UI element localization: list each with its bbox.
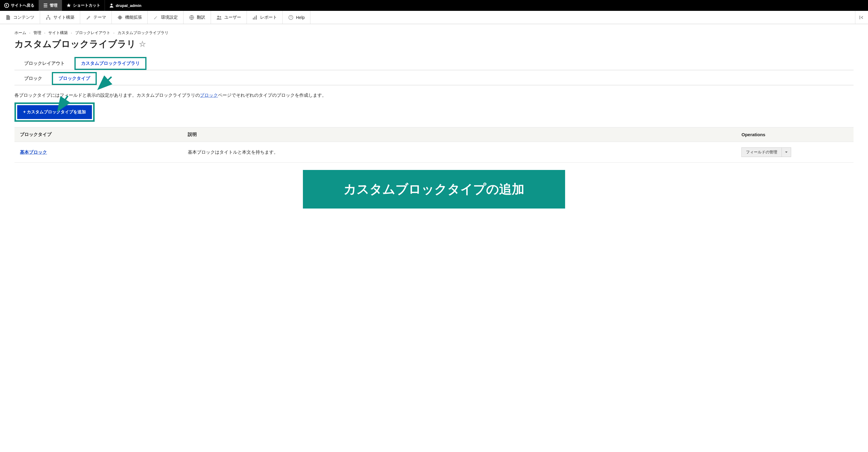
manage-fields-button[interactable]: フィールドの管理 bbox=[741, 147, 782, 157]
people-icon bbox=[216, 15, 222, 20]
menu-reports[interactable]: レポート bbox=[247, 11, 283, 24]
help-icon: ? bbox=[288, 15, 293, 20]
instruction-banner: カスタムブロックタイプの追加 bbox=[303, 170, 565, 208]
svg-rect-3 bbox=[46, 19, 47, 20]
breadcrumb: ホーム › 管理 › サイト構築 › ブロックレイアウト › カスタムブロックラ… bbox=[14, 30, 854, 36]
collapse-menu-button[interactable] bbox=[855, 11, 868, 24]
svg-rect-2 bbox=[48, 15, 49, 16]
menu-translate[interactable]: 翻訳 bbox=[184, 11, 211, 24]
th-description: 説明 bbox=[182, 127, 736, 142]
description-text: 各ブロックタイプにはフィールドと表示の設定があります。カスタムブロックライブラリ… bbox=[14, 93, 854, 98]
breadcrumb-structure[interactable]: サイト構築 bbox=[48, 30, 68, 36]
add-button-label: カスタムブロックタイプを追加 bbox=[27, 109, 86, 114]
user-label: drupal_admin bbox=[116, 3, 141, 8]
chevron-down-icon bbox=[785, 151, 788, 154]
structure-icon bbox=[45, 15, 51, 20]
breadcrumb-sep: › bbox=[113, 31, 115, 35]
description-link[interactable]: ブロック bbox=[200, 93, 218, 98]
hamburger-icon bbox=[43, 3, 48, 8]
svg-point-1 bbox=[111, 4, 113, 5]
back-to-site-button[interactable]: サイトへ戻る bbox=[0, 0, 39, 11]
menu-content[interactable]: コンテンツ bbox=[0, 11, 40, 24]
menu-translate-label: 翻訳 bbox=[197, 15, 205, 20]
menu-people-label: ユーザー bbox=[224, 15, 241, 20]
th-operations: Operations bbox=[736, 127, 854, 142]
content-region: ホーム › 管理 › サイト構築 › ブロックレイアウト › カスタムブロックラ… bbox=[0, 24, 868, 215]
menu-extend-label: 機能拡張 bbox=[125, 15, 142, 20]
svg-point-7 bbox=[220, 16, 221, 18]
tab-custom-block-library[interactable]: カスタムブロックライブラリ bbox=[74, 57, 147, 70]
menu-people[interactable]: ユーザー bbox=[211, 11, 247, 24]
tab-block-layout[interactable]: ブロックレイアウト bbox=[23, 57, 66, 70]
tab-block[interactable]: ブロック bbox=[23, 72, 43, 85]
manage-button[interactable]: 管理 bbox=[39, 0, 62, 11]
menu-structure[interactable]: サイト構築 bbox=[40, 11, 80, 24]
page-title-text: カスタムブロックライブラリ bbox=[14, 38, 136, 50]
menu-config-label: 環境設定 bbox=[161, 15, 178, 20]
description-post: ページでそれぞれのタイプのブロックを作成します。 bbox=[218, 93, 327, 98]
svg-rect-10 bbox=[256, 15, 257, 20]
breadcrumb-admin[interactable]: 管理 bbox=[33, 30, 41, 36]
block-type-link[interactable]: 基本ブロック bbox=[20, 150, 47, 155]
breadcrumb-current: カスタムブロックライブラリ bbox=[118, 30, 168, 36]
block-types-table: ブロックタイプ 説明 Operations 基本ブロック 基本ブロックはタイトル… bbox=[14, 127, 854, 163]
menu-appearance[interactable]: テーマ bbox=[80, 11, 112, 24]
menu-config[interactable]: 環境設定 bbox=[148, 11, 184, 24]
back-to-site-label: サイトへ戻る bbox=[11, 3, 34, 8]
menu-help[interactable]: ? Help bbox=[283, 11, 310, 24]
globe-icon bbox=[189, 15, 194, 20]
description-pre: 各ブロックタイプにはフィールドと表示の設定があります。カスタムブロックライブラリ… bbox=[14, 93, 200, 98]
plus-icon: + bbox=[23, 109, 26, 114]
tool-icon bbox=[153, 15, 158, 20]
svg-rect-9 bbox=[254, 17, 255, 20]
user-menu-button[interactable]: drupal_admin bbox=[105, 0, 146, 11]
secondary-tabs: ブロック ブロックタイプ bbox=[14, 72, 854, 85]
menu-reports-label: レポート bbox=[260, 15, 277, 20]
primary-tabs: ブロックレイアウト カスタムブロックライブラリ bbox=[14, 57, 854, 70]
svg-point-6 bbox=[217, 16, 219, 18]
shortcuts-button[interactable]: ショートカット bbox=[62, 0, 105, 11]
breadcrumb-sep: › bbox=[29, 31, 30, 35]
breadcrumb-home[interactable]: ホーム bbox=[14, 30, 26, 36]
menu-extend[interactable]: 機能拡張 bbox=[112, 11, 148, 24]
menu-content-label: コンテンツ bbox=[13, 15, 34, 20]
collapse-icon bbox=[859, 15, 864, 20]
chart-icon bbox=[252, 15, 258, 20]
svg-rect-8 bbox=[253, 18, 254, 20]
top-toolbar: サイトへ戻る 管理 ショートカット drupal_admin bbox=[0, 0, 868, 11]
shortcuts-label: ショートカット bbox=[73, 3, 100, 8]
svg-point-0 bbox=[4, 3, 9, 7]
operations-toggle[interactable] bbox=[782, 147, 791, 157]
operations-dropbutton: フィールドの管理 bbox=[741, 147, 791, 157]
star-icon bbox=[66, 3, 71, 8]
th-block-type: ブロックタイプ bbox=[14, 127, 182, 142]
breadcrumb-sep: › bbox=[44, 31, 45, 35]
puzzle-icon bbox=[117, 15, 123, 20]
menu-structure-label: サイト構築 bbox=[53, 15, 74, 20]
manage-label: 管理 bbox=[50, 3, 58, 8]
tab-block-type[interactable]: ブロックタイプ bbox=[52, 72, 97, 85]
block-type-description: 基本ブロックはタイトルと本文を持ちます。 bbox=[182, 142, 736, 163]
menu-help-label: Help bbox=[296, 15, 305, 20]
breadcrumb-blocklayout[interactable]: ブロックレイアウト bbox=[75, 30, 110, 36]
svg-text:?: ? bbox=[290, 16, 292, 19]
wrench-icon bbox=[86, 15, 91, 20]
file-icon bbox=[5, 15, 11, 20]
add-custom-block-type-button[interactable]: +カスタムブロックタイプを追加 bbox=[17, 105, 92, 119]
add-button-highlight: +カスタムブロックタイプを追加 bbox=[14, 102, 95, 122]
menu-appearance-label: テーマ bbox=[93, 15, 106, 20]
favorite-star-icon[interactable]: ☆ bbox=[139, 39, 146, 49]
user-icon bbox=[109, 3, 114, 8]
back-arrow-icon bbox=[4, 3, 9, 8]
svg-rect-4 bbox=[49, 19, 50, 20]
breadcrumb-sep: › bbox=[71, 31, 72, 35]
admin-menu: コンテンツ サイト構築 テーマ 機能拡張 環境設定 翻訳 ユーザー レポート ?… bbox=[0, 11, 868, 24]
page-title: カスタムブロックライブラリ ☆ bbox=[14, 38, 854, 50]
table-row: 基本ブロック 基本ブロックはタイトルと本文を持ちます。 フィールドの管理 bbox=[14, 142, 854, 163]
